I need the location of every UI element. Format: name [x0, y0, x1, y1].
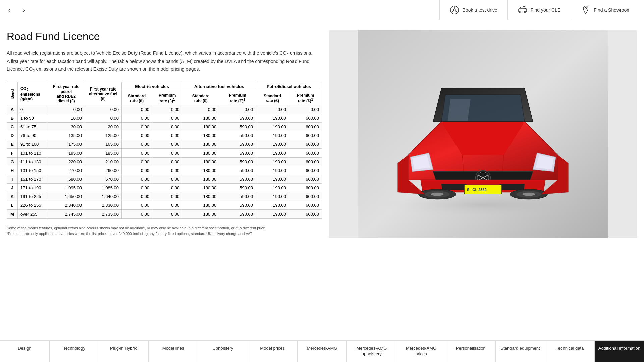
alt-prem-cell: 590.00 [219, 114, 256, 123]
nav-model-prices[interactable]: Model prices [248, 341, 298, 362]
pd-prem-cell: 0.00 [289, 105, 322, 114]
find-cle-action[interactable]: Find your CLE [507, 0, 571, 20]
ev-std-cell: 0.00 [122, 192, 152, 201]
band-cell: L [7, 201, 18, 210]
ev-prem-cell: 0.00 [152, 201, 182, 210]
first-alt-cell: 670.00 [85, 175, 122, 184]
alt-prem-cell: 590.00 [219, 175, 256, 184]
header-actions: Book a test drive Find your CLE Find a S… [439, 0, 641, 20]
band-cell: A [7, 105, 18, 114]
steering-wheel-icon [450, 5, 459, 15]
nav-upholstery[interactable]: Upholstery [198, 341, 248, 362]
co2-cell: 226 to 255 [18, 201, 48, 210]
nav-standard-equipment[interactable]: Standard equipment [496, 341, 545, 362]
alt-prem-cell: 590.00 [219, 166, 256, 175]
co2-cell: 51 to 75 [18, 123, 48, 131]
alt-std-cell: 180.00 [182, 140, 219, 149]
ev-std-cell: 0.00 [122, 105, 152, 114]
main-content: Road Fund Licence All road vehicle regis… [0, 20, 644, 245]
nav-technical-data[interactable]: Technical data [545, 341, 595, 362]
ev-prem-header: Premiumrate (£)1 [152, 91, 182, 105]
nav-amg-prices[interactable]: Mercedes-AMG prices [396, 341, 446, 362]
find-showroom-action[interactable]: Find a Showroom [571, 0, 641, 20]
find-showroom-label: Find a Showroom [594, 7, 631, 13]
table-row: M over 255 2,745.00 2,735.00 0.00 0.00 1… [7, 210, 322, 219]
alt-prem-cell: 590.00 [219, 158, 256, 166]
description: All road vehicle registrations are subje… [7, 49, 315, 74]
footnotes: Some of the model features, optional ext… [7, 225, 322, 236]
ev-std-cell: 0.00 [122, 201, 152, 210]
first-alt-cell: 0.00 [85, 105, 122, 114]
pd-prem-cell: 600.00 [289, 131, 322, 140]
table-row: K 191 to 225 1,650.00 1,640.00 0.00 0.00… [7, 192, 322, 201]
nav-model-lines[interactable]: Model lines [149, 341, 198, 362]
car-image-panel: S · CL 2362 [329, 30, 637, 238]
alt-std-cell: 180.00 [182, 149, 219, 158]
pd-std-cell: 190.00 [256, 175, 289, 184]
pd-header: Petrol/diesel vehicles [256, 82, 322, 91]
first-alt-cell: 1,640.00 [85, 192, 122, 201]
first-alt-cell: 20.00 [85, 123, 122, 131]
alt-prem-cell: 0.00 [219, 105, 256, 114]
co2-cell: 91 to 100 [18, 140, 48, 149]
band-cell: K [7, 192, 18, 201]
alt-std-cell: 180.00 [182, 158, 219, 166]
first-petrol-cell: 30.00 [48, 123, 85, 131]
alt-std-header: Standardrate (£) [182, 91, 219, 105]
ev-std-cell: 0.00 [122, 123, 152, 131]
pd-prem-cell: 600.00 [289, 149, 322, 158]
nav-plugin-hybrid[interactable]: Plug-in Hybrid [99, 341, 149, 362]
location-icon [581, 5, 590, 15]
nav-mercedes-amg[interactable]: Mercedes-AMG [298, 341, 347, 362]
first-alt-cell: 210.00 [85, 158, 122, 166]
pd-prem-cell: 600.00 [289, 114, 322, 123]
nav-design[interactable]: Design [0, 341, 50, 362]
pd-std-cell: 190.00 [256, 131, 289, 140]
first-petrol-cell: 2,745.00 [48, 210, 85, 219]
book-test-drive-label: Book a test drive [463, 7, 497, 13]
alt-prem-cell: 590.00 [219, 201, 256, 210]
table-row: I 151 to 170 680.00 670.00 0.00 0.00 180… [7, 175, 322, 184]
nav-additional-information[interactable]: Additional information [595, 341, 644, 362]
ev-prem-cell: 0.00 [152, 210, 182, 219]
pd-prem-cell: 600.00 [289, 140, 322, 149]
ev-std-cell: 0.00 [122, 175, 152, 184]
co2-cell: 101 to 110 [18, 149, 48, 158]
nav-arrows: ‹ › [3, 4, 30, 16]
alt-std-cell: 180.00 [182, 114, 219, 123]
first-petrol-cell: 10.00 [48, 114, 85, 123]
ev-prem-cell: 0.00 [152, 105, 182, 114]
book-test-drive-action[interactable]: Book a test drive [439, 0, 507, 20]
alt-std-cell: 0.00 [182, 105, 219, 114]
ev-std-cell: 0.00 [122, 149, 152, 158]
road-fund-table: Band CO2 emissions(g/km) First year rate… [7, 82, 322, 219]
alt-std-cell: 180.00 [182, 131, 219, 140]
left-panel: Road Fund Licence All road vehicle regis… [7, 30, 329, 238]
co2-cell: 111 to 130 [18, 158, 48, 166]
ev-std-cell: 0.00 [122, 210, 152, 219]
pd-prem-cell: 600.00 [289, 210, 322, 219]
ev-prem-cell: 0.00 [152, 175, 182, 184]
nav-technology[interactable]: Technology [50, 341, 99, 362]
ev-std-cell: 0.00 [122, 158, 152, 166]
next-arrow[interactable]: › [18, 4, 30, 16]
ev-std-cell: 0.00 [122, 140, 152, 149]
prev-arrow[interactable]: ‹ [3, 4, 15, 16]
co2-header: CO2 emissions(g/km) [18, 82, 48, 105]
table-row: A 0 0.00 0.00 0.00 0.00 0.00 0.00 0.00 0… [7, 105, 322, 114]
ev-prem-cell: 0.00 [152, 140, 182, 149]
first-petrol-cell: 0.00 [48, 105, 85, 114]
pd-std-cell: 190.00 [256, 166, 289, 175]
ev-std-cell: 0.00 [122, 114, 152, 123]
svg-point-22 [431, 193, 443, 196]
ev-prem-cell: 0.00 [152, 114, 182, 123]
pd-prem-cell: 600.00 [289, 175, 322, 184]
nav-amg-upholstery[interactable]: Mercedes-AMG upholstery [347, 341, 396, 362]
first-year-petrol-header: First year rate petroland RDE2 diesel (£… [48, 82, 85, 105]
ev-prem-cell: 0.00 [152, 149, 182, 158]
pd-std-cell: 190.00 [256, 192, 289, 201]
pd-std-cell: 190.00 [256, 149, 289, 158]
co2-cell: 191 to 225 [18, 192, 48, 201]
nav-personalisation[interactable]: Personalisation [446, 341, 496, 362]
bottom-nav: DesignTechnologyPlug-in HybridModel line… [0, 340, 644, 362]
